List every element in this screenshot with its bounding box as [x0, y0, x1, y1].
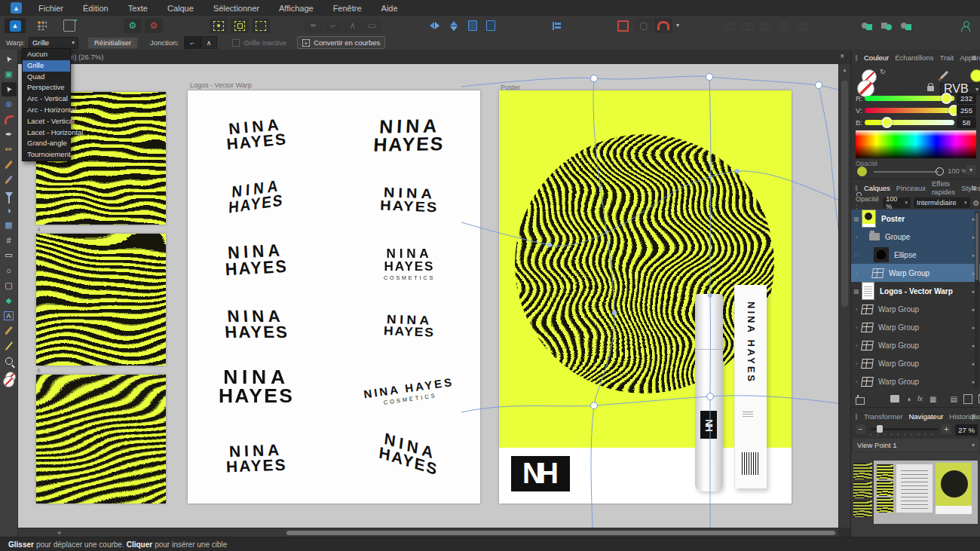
menu-calque[interactable]: Calque [158, 4, 204, 13]
layer-row-warp-group[interactable]: › Warp Group ● [851, 318, 980, 336]
logo-variant-8[interactable]: NINAHAYES [353, 312, 467, 341]
table-icon[interactable]: ▦ [929, 395, 936, 403]
duplicate-layer-icon[interactable] [857, 395, 859, 403]
tab-couleur[interactable]: Couleur [864, 54, 889, 62]
scroll-up-icon[interactable]: ▲ [842, 67, 847, 72]
marquee-mode-3-button[interactable] [252, 18, 270, 33]
layer-row-logos-artboard[interactable]: ▦ Logos - Vector Warp ● [851, 282, 980, 300]
panel-menu-icon[interactable]: ≡ [972, 183, 976, 192]
expand-chevron-icon[interactable]: › [851, 342, 862, 349]
layer-thumbnail[interactable] [874, 247, 889, 262]
edit-disabled-4-button[interactable]: ▭ [363, 18, 381, 33]
flip-horizontal-button[interactable] [425, 18, 443, 33]
style-picker-tool[interactable] [2, 323, 17, 338]
settings-disabled-button[interactable]: ⚙ [145, 18, 163, 33]
tab-navigateur[interactable]: Navigateur [908, 412, 943, 421]
artboard-grid-icon[interactable]: ▦ [851, 216, 862, 222]
close-tab-icon[interactable]: × [840, 52, 844, 60]
junction-sharp-button[interactable]: ⌐ [184, 36, 201, 49]
vector-crop-button[interactable] [614, 18, 632, 33]
document-tab-title[interactable]: é) (26.7%) [70, 53, 103, 61]
expand-chevron-icon[interactable]: › [851, 360, 862, 367]
logo-variant-7[interactable]: NINAHAYES [188, 308, 325, 343]
vertical-scroll-thumb[interactable] [841, 81, 848, 307]
vector-brush-tool[interactable] [2, 173, 17, 187]
panel-handle-icon[interactable]: ∥ [855, 413, 858, 420]
alignment-button[interactable] [547, 18, 565, 33]
menu-fichier[interactable]: Fichier [29, 4, 73, 13]
menu-texte[interactable]: Texte [118, 4, 158, 13]
opacity-value[interactable]: 100 % [948, 167, 968, 175]
stripe-artboard-2[interactable] [36, 234, 166, 366]
logo-variant-5[interactable]: NINAHAYES [186, 240, 326, 283]
rectangle-tool[interactable]: ▭ [2, 248, 17, 262]
thumb-artboard-4-label[interactable]: 4 [37, 226, 40, 233]
poster-artboard-label[interactable]: Poster [501, 84, 520, 91]
thumb-artboard-6-label[interactable]: 6 [37, 367, 40, 374]
layers-scroll-thumb[interactable] [975, 213, 978, 280]
blend-gear-icon[interactable]: ⚙ [973, 199, 980, 207]
tab-trait[interactable]: Trait [940, 54, 954, 62]
dropdown-item-grille[interactable]: Grille [23, 60, 70, 72]
logo-variant-1[interactable]: NINAHAYES [191, 114, 321, 158]
paint-brush-tool[interactable] [2, 158, 17, 172]
dropdown-item-aucun[interactable]: Aucun [23, 49, 70, 60]
fill-tool[interactable] [2, 188, 17, 202]
artboard-tool[interactable]: ▣ [2, 67, 17, 81]
slider-r-track[interactable] [865, 96, 954, 101]
snap-options-disabled-button[interactable]: ▢ [635, 18, 653, 33]
edit-disabled-3-button[interactable]: ∧ [344, 18, 362, 33]
dropdown-item-arc-horizontal[interactable]: Arc - Horizontal [23, 105, 70, 116]
expand-chevron-icon[interactable]: › [851, 378, 862, 385]
auto-trace-button[interactable]: ⚙ [124, 18, 142, 33]
zoom-slider-knob[interactable] [877, 425, 883, 433]
edit-disabled-2-button[interactable]: ⌐ [324, 18, 342, 33]
insert-inside-button[interactable] [482, 18, 499, 33]
pixel-persona-button[interactable] [33, 18, 51, 33]
expand-chevron-icon[interactable]: › [851, 270, 862, 277]
add-pixel-layer-icon[interactable] [963, 394, 972, 404]
edit-disabled-1-button[interactable]: ✒ [305, 18, 323, 33]
affinity-logo-icon[interactable]: ▲ [11, 2, 22, 14]
designer-persona-button[interactable]: ▲ [5, 18, 26, 33]
logo-variant-3[interactable]: NINAHAYES [192, 173, 320, 224]
measure-tool[interactable] [2, 338, 17, 353]
logo-variant-12[interactable]: NINAHAYES [345, 420, 473, 491]
layer-thumbnail[interactable] [862, 282, 874, 300]
convert-to-curves-button[interactable]: ▸ Convertir en courbes [297, 36, 385, 49]
slider-b-track[interactable] [865, 120, 954, 125]
warp-node[interactable] [706, 74, 713, 81]
warp-type-select[interactable]: Grille ▾ [29, 37, 78, 49]
dropdown-item-quad[interactable]: Quad [23, 72, 70, 83]
layers-scrollbar[interactable] [975, 211, 979, 389]
tab-effets-rapides[interactable]: Effets rapides [932, 179, 955, 196]
slider-r-value[interactable]: 232 [957, 93, 976, 104]
packaging-box-mockup[interactable]: NINA HAYES [734, 285, 767, 488]
logo-variant-4[interactable]: NINAHAYES [345, 185, 473, 219]
layer-effects-icon[interactable]: fx [917, 395, 923, 403]
panel-handle-icon[interactable]: ∥ [855, 185, 858, 191]
boolean-combine-button[interactable] [793, 18, 810, 33]
ellipse-tool[interactable]: ○ [2, 263, 17, 277]
move-forward-button[interactable] [897, 18, 915, 33]
layer-row-ellipse[interactable]: ∷ Ellipse ● [851, 246, 980, 264]
warp-node[interactable] [591, 75, 598, 82]
move-tool[interactable]: ➤ [2, 52, 17, 66]
color-spectrum[interactable] [856, 130, 976, 158]
adjustment-layer-icon[interactable]: ◑ [906, 395, 911, 403]
tab-styles[interactable]: Styles [961, 184, 980, 192]
layers-opacity-select[interactable]: 100 %▾ [883, 197, 911, 208]
snapping-dropdown-button[interactable]: ▾ [673, 18, 682, 33]
corner-tool[interactable] [2, 112, 17, 127]
shape-tool[interactable]: ◆ [2, 293, 17, 308]
node-tool[interactable]: ➤ [2, 82, 17, 96]
marquee-mode-1-button[interactable] [210, 18, 228, 33]
logo-variant-10[interactable]: NINA HAYESCOSMETICS [345, 374, 474, 411]
view-point-select[interactable]: View Point 1 ▾ [853, 439, 979, 452]
slider-b-value[interactable]: 58 [957, 117, 976, 128]
tab-pinceaux[interactable]: Pinceaux [896, 184, 926, 192]
dropdown-item-lacet-vertical[interactable]: Lacet - Vertical [23, 116, 70, 127]
artboard-grid-icon[interactable]: ▦ [851, 288, 862, 295]
dropdown-item-tournoiement[interactable]: Tournoiement [23, 149, 70, 161]
boolean-subtract-button[interactable] [739, 18, 755, 33]
